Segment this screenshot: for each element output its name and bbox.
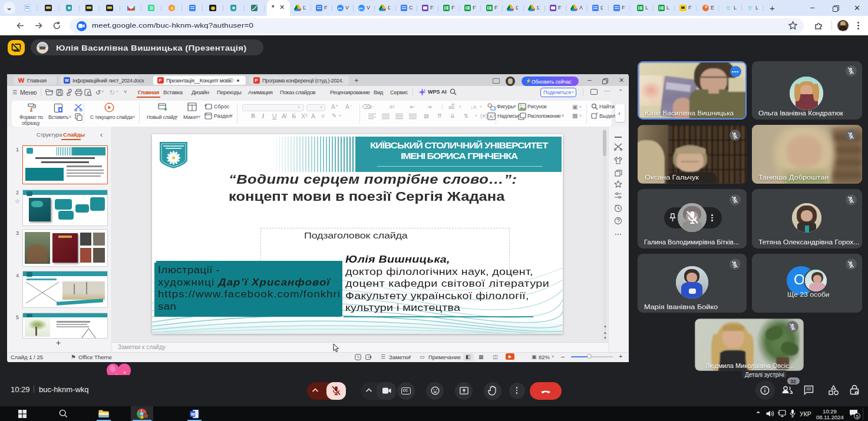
svg-text:W: W	[191, 412, 196, 417]
svg-text:A: A	[489, 114, 493, 120]
